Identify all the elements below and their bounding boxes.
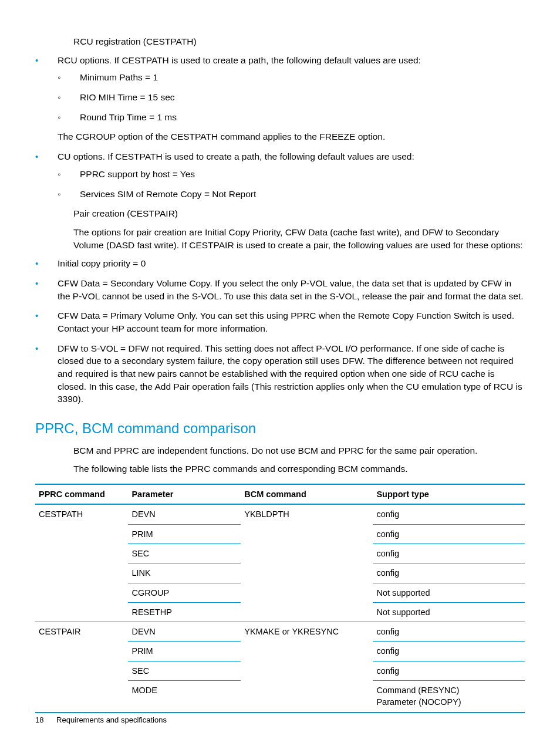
th-bcm-command: BCM command — [241, 484, 373, 504]
cgroup-note: The CGROUP option of the CESTPATH comman… — [58, 130, 525, 143]
page-number: 18 — [35, 715, 43, 725]
cell-parameter: DEVN — [128, 622, 241, 642]
cell-support-type: config — [373, 642, 525, 661]
pair-creation-title: Pair creation (CESTPAIR) — [73, 207, 525, 220]
cell-support-type: Not supported — [373, 602, 525, 622]
bullet-dfw: DFW to S-VOL = DFW not required. This se… — [35, 342, 525, 406]
th-pprc-command: PPRC command — [35, 484, 128, 504]
cell-bcm-command: YKBLDPTH — [241, 504, 373, 622]
th-support-type: Support type — [373, 484, 525, 504]
sub-bullet: Round Trip Time = 1 ms — [58, 111, 525, 124]
cell-parameter: SEC — [128, 544, 241, 563]
cell-parameter: MODE — [128, 681, 241, 713]
pprc-bcm-table: PPRC command Parameter BCM command Suppo… — [35, 484, 525, 713]
cell-support-type: Not supported — [373, 583, 525, 602]
bullet-icp: Initial copy priority = 0 — [35, 257, 525, 270]
sub-bullet: Minimum Paths = 1 — [58, 71, 525, 84]
cell-parameter: RESETHP — [128, 602, 241, 622]
pair-creation-intro: The options for pair creation are Initia… — [73, 226, 525, 251]
heading-pprc-bcm: PPRC, BCM command comparison — [35, 418, 525, 438]
cell-support-type: config — [373, 544, 525, 563]
cell-pprc-command: CESTPATH — [35, 504, 128, 622]
th-parameter: Parameter — [128, 484, 241, 504]
cell-support-type: config — [373, 504, 525, 524]
cell-parameter: DEVN — [128, 504, 241, 524]
page-footer: 18 Requirements and specifications — [35, 715, 167, 725]
cell-parameter: CGROUP — [128, 583, 241, 602]
table-row: CESTPAIRDEVNYKMAKE or YKRESYNCconfig — [35, 622, 525, 642]
pprc-bcm-para1: BCM and PPRC are independent functions. … — [73, 444, 525, 457]
cell-parameter: PRIM — [128, 524, 241, 544]
sub-bullet: RIO MIH Time = 15 sec — [58, 91, 525, 104]
cell-bcm-command: YKMAKE or YKRESYNC — [241, 622, 373, 713]
sub-bullet: Services SIM of Remote Copy = Not Report — [58, 188, 525, 201]
footer-text: Requirements and specifications — [56, 715, 167, 724]
bullet-text: CU options. If CESTPATH is used to creat… — [58, 151, 414, 161]
table-header-row: PPRC command Parameter BCM command Suppo… — [35, 484, 525, 504]
table-row: CESTPATHDEVNYKBLDPTHconfig — [35, 504, 525, 524]
rcu-reg-title: RCU registration (CESTPATH) — [73, 35, 525, 48]
bullet-cfw-svc: CFW Data = Secondary Volume Copy. If you… — [35, 277, 525, 302]
bullet-cfw-pvo: CFW Data = Primary Volume Only. You can … — [35, 309, 525, 335]
cell-support-type: config — [373, 661, 525, 680]
bullet-text: RCU options. If CESTPATH is used to crea… — [58, 55, 421, 65]
cell-parameter: SEC — [128, 661, 241, 680]
cell-support-type: config — [373, 622, 525, 642]
pprc-bcm-para2: The following table lists the PPRC comma… — [73, 463, 525, 475]
cell-parameter: LINK — [128, 563, 241, 583]
cell-pprc-command: CESTPAIR — [35, 622, 128, 713]
bullet-rcu-options: RCU options. If CESTPATH is used to crea… — [35, 54, 525, 143]
bullet-cu-options: CU options. If CESTPATH is used to creat… — [35, 150, 525, 200]
cell-support-type: config — [373, 524, 525, 544]
cell-support-type: config — [373, 563, 525, 583]
sub-bullet: PPRC support by host = Yes — [58, 168, 525, 181]
cell-parameter: PRIM — [128, 642, 241, 661]
cell-support-type: Command (RESYNC) Parameter (NOCOPY) — [373, 681, 525, 713]
